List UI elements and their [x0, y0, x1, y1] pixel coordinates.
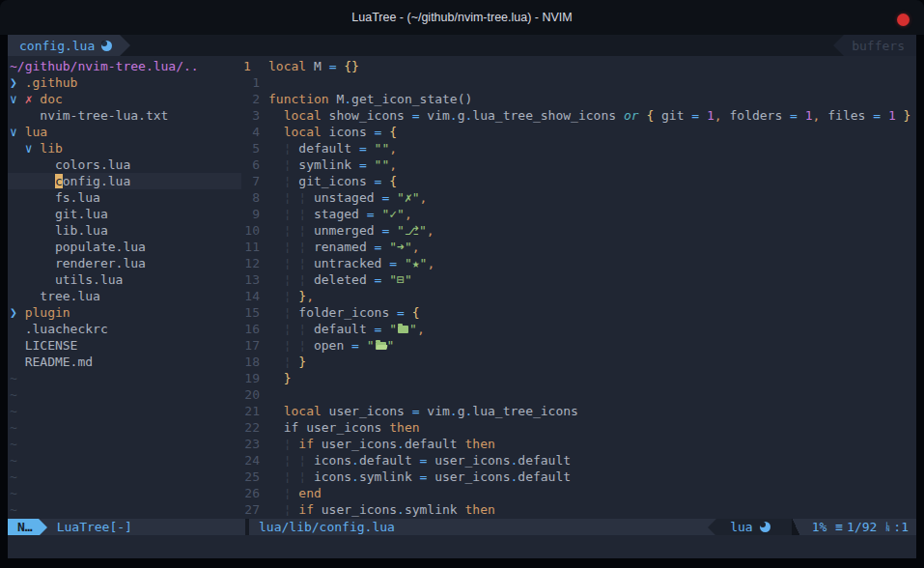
tree-row[interactable]: ~ [8, 501, 241, 518]
command-line[interactable] [8, 535, 916, 558]
tree-row[interactable]: colors.lua [8, 156, 241, 173]
tree-row[interactable]: README.md [8, 354, 241, 370]
code-line[interactable]: 10 ¦ ¦ unmerged = "⎇", [241, 222, 916, 239]
code-line[interactable]: 15 ¦ folder_icons = { [241, 304, 916, 321]
line-number: 15 [241, 304, 268, 321]
folder-icon [398, 326, 408, 333]
tree-row[interactable]: lib.lua [8, 222, 241, 239]
line-number: 10 [241, 222, 268, 239]
tree-row[interactable]: ∨ ✗ doc [8, 91, 241, 107]
tree-row[interactable]: ~ [8, 469, 241, 485]
tree-row[interactable]: ∨ lua [8, 124, 241, 140]
lua-moon-icon [760, 522, 770, 532]
tree-row[interactable]: git.lua [8, 206, 241, 222]
tree-row[interactable]: ❯ .github [8, 74, 241, 91]
buffers-chevron-icon [833, 35, 844, 56]
code-line[interactable]: 3 local show_icons = vim.g.lua_tree_show… [241, 107, 916, 124]
code-line[interactable]: 2function M.get_icon_state() [241, 91, 916, 107]
mode-badge-arrow [39, 519, 47, 536]
code-line[interactable]: 22 if user_icons then [241, 419, 916, 436]
code-line[interactable]: 26 ¦ end [241, 485, 916, 501]
code-line[interactable]: 21 local user_icons = vim.g.lua_tree_ico… [241, 403, 916, 419]
tree-row[interactable]: tree.lua [8, 288, 241, 304]
code-line[interactable]: 20 [241, 386, 916, 403]
statusline-row: N… LuaTree[-] lua/lib/config.lua lua 1% … [8, 519, 916, 535]
tree-row[interactable]: LICENSE [8, 337, 241, 354]
tree-row[interactable]: fs.lua [8, 189, 241, 206]
code-line[interactable]: 16 ¦ ¦ default = "", [241, 321, 916, 337]
tree-row[interactable]: ❯ plugin [8, 304, 241, 321]
line-number: 11 [241, 239, 268, 255]
code-line[interactable]: 18 ¦ } [241, 354, 916, 370]
window-title: LuaTree - (~/github/nvim-tree.lua) - NVI… [351, 11, 572, 24]
code-line[interactable]: 13 ¦ ¦ deleted = "⊟" [241, 271, 916, 288]
line-number: 27 [241, 501, 268, 518]
code-line[interactable]: 12 ¦ ¦ untracked = "★", [241, 255, 916, 271]
line-number: 17 [241, 337, 268, 354]
line-number: 7 [241, 173, 268, 189]
code-line[interactable]: 11 ¦ ¦ renamed = "➜", [241, 239, 916, 255]
tree-row[interactable]: ~ [8, 370, 241, 386]
line-number: 1 [241, 58, 268, 74]
tree-row[interactable]: ~ [8, 386, 241, 403]
code-editor-pane: 1local M = {}12function M.get_icon_state… [241, 58, 916, 519]
nvim-window: LuaTree - (~/github/nvim-tree.lua) - NVI… [0, 0, 924, 568]
line-number: 25 [241, 469, 268, 485]
block-cursor: c [55, 174, 63, 188]
line-number: 18 [241, 354, 268, 370]
file-tree-pane: ~/github/nvim-tree.lua/..❯ .github∨ ✗ do… [8, 58, 241, 519]
tree-row[interactable]: ~ [8, 485, 241, 501]
tab-arrow-separator [120, 35, 130, 56]
tab-label: config.lua [19, 39, 95, 53]
line-number: 12 [241, 255, 268, 271]
statusline-position: 1% ≡ 1/92 LN :1 [800, 519, 916, 535]
line-number: 26 [241, 485, 268, 501]
terminal-area: config.lua buffers ~/github/nvim-tree.lu… [8, 35, 916, 558]
tree-row[interactable]: ∨ lib [8, 140, 241, 156]
line-number: 5 [241, 140, 268, 156]
code-line[interactable]: 14 ¦ }, [241, 288, 916, 304]
mode-badge: N… [8, 519, 39, 535]
tree-row[interactable]: populate.lua [8, 239, 241, 255]
tree-row[interactable]: ~/github/nvim-tree.lua/.. [8, 58, 241, 74]
editor-statusline: lua/lib/config.lua lua 1% ≡ 1/92 LN [249, 519, 916, 535]
tree-row[interactable]: nvim-tree-lua.txt [8, 107, 241, 124]
code-line[interactable]: 1 [241, 74, 916, 91]
tree-row[interactable]: ~ [8, 436, 241, 452]
code-line[interactable]: 17 ¦ ¦ open = "" [241, 337, 916, 354]
code-line[interactable]: 24 ¦ ¦ icons.default = user_icons.defaul… [241, 452, 916, 469]
statusline-chevron-icon [708, 519, 716, 535]
tab-config-lua[interactable]: config.lua [8, 35, 120, 56]
line-number: 16 [241, 321, 268, 337]
code-line[interactable]: 23 ¦ if user_icons.default then [241, 436, 916, 452]
code-line[interactable]: 6 ¦ symlink = "", [241, 156, 916, 173]
tree-row[interactable]: .luacheckrc [8, 321, 241, 337]
code-line[interactable]: 4 local icons = { [241, 124, 916, 140]
chevron-icon: ❯ [10, 305, 17, 320]
code-line[interactable]: 5 ¦ default = "", [241, 140, 916, 156]
code-line[interactable]: 7 ¦ git_icons = { [241, 173, 916, 189]
statusline-chevron-icon [792, 519, 800, 535]
tree-row[interactable]: utils.lua [8, 271, 241, 288]
close-icon[interactable] [897, 14, 910, 26]
chevron-icon: ∨ [10, 92, 17, 106]
code-line[interactable]: 8 ¦ ¦ unstaged = "✗", [241, 189, 916, 206]
tree-statusline: N… LuaTree[-] [8, 519, 245, 535]
tree-row[interactable]: renderer.lua [8, 255, 241, 271]
tree-row[interactable]: ~ [8, 452, 241, 469]
code-line[interactable]: 25 ¦ ¦ icons.symlink = user_icons.defaul… [241, 469, 916, 485]
line-number: 20 [241, 386, 268, 403]
tree-row-selected[interactable]: config.lua [8, 173, 241, 189]
lines-icon: ≡ [835, 520, 843, 534]
code-line[interactable]: 27 ¦ if user_icons.symlink then [241, 501, 916, 518]
line-number: 13 [241, 271, 268, 288]
buffers-label[interactable]: buffers [844, 35, 916, 56]
line-number: 4 [241, 124, 268, 140]
tree-statusline-label: LuaTree[-] [57, 520, 132, 534]
code-line[interactable]: 9 ¦ ¦ staged = "✓", [241, 206, 916, 222]
code-line[interactable]: 19 } [241, 370, 916, 386]
tree-row[interactable]: ~ [8, 419, 241, 436]
code-line[interactable]: 1local M = {} [241, 58, 916, 74]
tree-row[interactable]: ~ [8, 403, 241, 419]
line-number: 1 [241, 74, 268, 91]
